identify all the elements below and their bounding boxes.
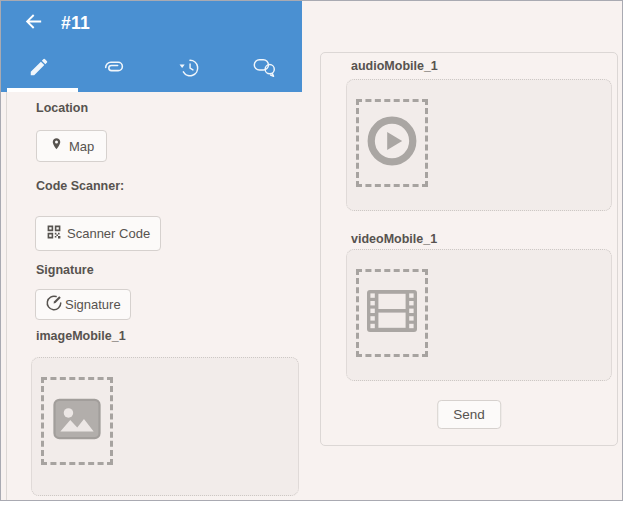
play-icon (363, 112, 421, 174)
send-button-label: Send (453, 407, 485, 422)
scanner-code-button[interactable]: Scanner Code (35, 216, 161, 251)
tab-edit[interactable] (1, 46, 76, 92)
mobile-form-view: #11 (0, 0, 623, 501)
tab-bar (1, 46, 302, 92)
arrow-left-icon (22, 10, 45, 37)
image-upload-dropzone[interactable] (41, 377, 113, 465)
video-upload-dropzone[interactable] (356, 269, 428, 357)
tab-comments[interactable] (227, 46, 302, 92)
media-card: audioMobile_1 videoMobile_1 (320, 52, 618, 446)
qr-code-icon (46, 224, 62, 243)
history-clock-icon (178, 56, 201, 83)
media-pane: audioMobile_1 videoMobile_1 (302, 1, 622, 500)
form-pane: #11 (1, 1, 303, 500)
signature-field-label: Signature (36, 263, 94, 277)
image-field-label: imageMobile_1 (36, 329, 126, 343)
send-button[interactable]: Send (437, 400, 501, 429)
film-strip-icon (364, 287, 420, 339)
map-pin-icon (49, 137, 64, 155)
scanner-code-button-label: Scanner Code (67, 226, 150, 241)
video-field-container (346, 249, 612, 381)
image-icon (50, 392, 104, 450)
signature-button-label: Signature (65, 297, 121, 312)
scrollbar-track (6, 92, 7, 500)
header-title-row: #11 (1, 1, 302, 46)
location-field-label: Location (36, 101, 88, 115)
signature-edit-icon (45, 294, 63, 315)
back-button[interactable] (19, 10, 47, 38)
active-tab-indicator (7, 88, 78, 92)
audio-field-container (346, 79, 612, 211)
map-button-label: Map (69, 139, 94, 154)
image-field-container (31, 357, 299, 496)
app-window: #11 (0, 0, 629, 505)
audio-field-label: audioMobile_1 (351, 59, 438, 73)
chat-bubbles-icon (252, 55, 277, 84)
tab-history[interactable] (152, 46, 227, 92)
page-title: #11 (61, 13, 90, 34)
paperclip-icon (101, 55, 126, 84)
code-scanner-field-label: Code Scanner: (36, 179, 124, 193)
tab-attachments[interactable] (76, 46, 151, 92)
audio-upload-dropzone[interactable] (356, 99, 428, 187)
video-field-label: videoMobile_1 (351, 232, 437, 246)
header: #11 (1, 1, 302, 92)
signature-button[interactable]: Signature (35, 289, 131, 320)
pencil-icon (28, 56, 50, 82)
map-button[interactable]: Map (36, 130, 107, 162)
